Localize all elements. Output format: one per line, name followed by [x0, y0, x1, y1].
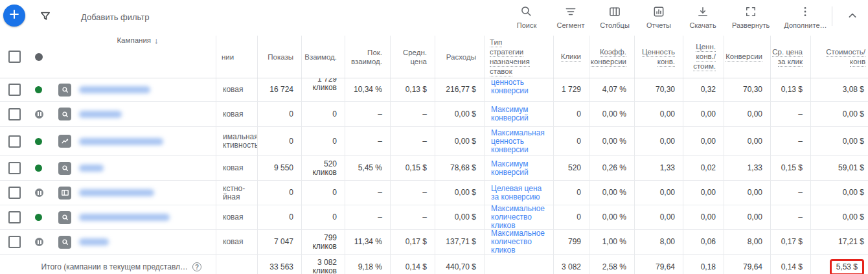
column-header-campaign-type[interactable]: нии — [216, 36, 258, 78]
cell-cost-per-conv: 0,00 $ — [811, 102, 868, 126]
column-header-label: Пок. — [367, 48, 382, 57]
column-header-interaction-rate[interactable]: Пок.взаимод. — [345, 36, 391, 78]
cell-bid-strategy[interactable]: Максимум конверсий — [485, 156, 554, 180]
toolbar-button-more[interactable]: Дополните… — [784, 5, 827, 29]
cell-type: ковая — [216, 102, 258, 126]
select-all-checkbox[interactable] — [8, 51, 21, 63]
bid-strategy-link[interactable]: ценность конверсии — [491, 78, 551, 95]
row-checkbox-cell — [0, 156, 29, 180]
row-checkbox[interactable] — [8, 236, 21, 248]
status-enabled-icon[interactable] — [35, 138, 42, 145]
row-checkbox[interactable] — [8, 84, 21, 96]
status-enabled-icon[interactable] — [35, 86, 42, 93]
bid-strategy-link[interactable]: Максимальная ценность конверсии — [491, 129, 551, 154]
add-filter-button[interactable]: Добавить фильтр — [81, 12, 150, 22]
row-checkbox[interactable] — [8, 187, 21, 199]
table-row: ковая7 047799 кликов11,34 %0,17 $137,71 … — [0, 230, 868, 255]
cell-bid-strategy[interactable]: Максимальное количество кликов — [485, 205, 554, 229]
status-paused-icon[interactable] — [35, 110, 43, 119]
bid-strategy-link[interactable]: Целевая цена за конверсию — [491, 185, 551, 201]
toolbar-button-download[interactable]: Скачать — [688, 5, 718, 29]
campaign-name-redacted[interactable] — [79, 111, 122, 118]
row-checkbox[interactable] — [8, 162, 21, 174]
column-header-label: Показы — [268, 52, 293, 62]
more-icon — [799, 5, 812, 19]
column-header-conversions[interactable]: Конверсии — [724, 36, 771, 78]
column-header-clicks[interactable]: Клики — [554, 36, 589, 78]
campaign-name-redacted[interactable] — [79, 214, 170, 221]
status-enabled-icon[interactable] — [35, 214, 42, 221]
column-header-interactions[interactable]: Взаимод. — [302, 36, 345, 78]
table-row: имальная ктивность00––0,00 $Максимальная… — [0, 127, 868, 156]
bid-strategy-link[interactable]: Максимальное количество кликов — [491, 230, 551, 254]
row-checkbox[interactable] — [8, 108, 21, 120]
column-header-avg-cost[interactable]: Средн.цена — [391, 36, 435, 78]
cell-interactions: 0 — [302, 102, 345, 126]
column-header-campaign[interactable]: Кампания↓ — [57, 36, 216, 78]
column-header-cost[interactable]: Расходы — [435, 36, 485, 78]
cell-bid-strategy[interactable]: Целевая цена за конверсию — [485, 181, 554, 205]
campaign-name-redacted[interactable] — [79, 189, 154, 196]
cell-bid-strategy[interactable]: Максимальная ценность конверсии — [485, 127, 554, 155]
toolbar-button-search[interactable]: Поиск — [512, 5, 542, 29]
column-header-impressions[interactable]: Показы — [258, 36, 302, 78]
bid-strategy-link[interactable]: Максимум конверсий — [491, 106, 551, 122]
column-header-conv-value-per-cost[interactable]: Ценн.конв./стоим. — [683, 36, 724, 78]
status-paused-icon[interactable] — [35, 238, 43, 246]
column-header-bid-strategy-type[interactable]: Типстратегииназначенияставок — [485, 36, 554, 78]
table-row: ковая16 7241 729 кликов10,34 %0,13 $216,… — [0, 78, 868, 102]
row-status-cell — [29, 102, 57, 126]
toolbar-button-reports[interactable]: Отчеты — [644, 5, 674, 29]
cell-bid-strategy[interactable]: Максимум конверсий — [485, 102, 554, 126]
cell-interaction-rate: – — [345, 127, 391, 155]
column-header-label: конв./ — [696, 52, 716, 62]
bid-strategy-link[interactable]: Максимальное количество кликов — [491, 205, 551, 229]
cell-bid-strategy[interactable]: Максимальное количество кликов — [485, 230, 554, 254]
campaign-name-redacted[interactable] — [79, 165, 104, 172]
column-header-cost-per-conv[interactable]: Стоимость/конв — [811, 36, 868, 78]
campaign-name-redacted[interactable] — [79, 238, 109, 245]
column-header-conv-rate[interactable]: Коэфф.конверсии — [589, 36, 635, 78]
collapse-table-button[interactable] — [843, 8, 862, 25]
table-totals-row: Итого (кампании в текущем представл…?33 … — [0, 255, 868, 274]
cell-conv-rate: 0,00 % — [589, 127, 635, 155]
toolbar-button-expand[interactable]: Развернуть — [732, 5, 770, 29]
row-checkbox[interactable] — [8, 135, 21, 148]
campaign-name-redacted[interactable] — [79, 86, 150, 93]
row-checkbox-cell — [0, 181, 29, 205]
campaign-name-cell — [57, 102, 216, 126]
status-paused-icon[interactable] — [35, 188, 43, 197]
status-enabled-icon[interactable] — [35, 165, 42, 172]
cell-conv-rate: 0,00 % — [589, 205, 635, 229]
cell-conv-value: 0,00 — [635, 181, 683, 205]
cell-interactions: 1 729 кликов — [302, 78, 345, 101]
cell-avg-cost: – — [391, 181, 435, 205]
add-button[interactable] — [3, 5, 25, 27]
cell-conversions: 0,00 — [724, 102, 771, 126]
column-header-avg-cpc[interactable]: Ср. ценаза клик — [771, 36, 811, 78]
cell-avg-cpc: – — [771, 102, 811, 126]
cell-interaction-rate: 10,34 % — [345, 78, 391, 101]
cell-clicks: 0 — [554, 127, 589, 155]
cell-bid-strategy[interactable]: ценность конверсии — [485, 78, 554, 101]
row-status-cell — [29, 127, 57, 155]
chevron-up-icon — [846, 9, 859, 25]
column-header-conv-value[interactable]: Ценностьконв. — [635, 36, 683, 78]
bid-strategy-link[interactable]: Максимум конверсий — [491, 160, 551, 177]
toolbar-button-columns[interactable]: Столбцы — [600, 5, 630, 29]
totals-cell-conversions: 79,64 — [724, 255, 771, 274]
filter-button[interactable] — [36, 8, 54, 27]
cell-cost: 0,00 $ — [435, 181, 485, 205]
table-header-row: Кампания↓нииПоказыВзаимод.Пок.взаимод.Ср… — [0, 36, 868, 78]
toolbar-button-label: Сегмент — [557, 21, 585, 29]
help-icon[interactable]: ? — [192, 262, 201, 271]
totals-cell-interactions: 3 082 кликов — [302, 255, 345, 274]
toolbar-button-segment[interactable]: Сегмент — [556, 5, 586, 29]
campaign-name-redacted[interactable] — [79, 138, 163, 145]
row-checkbox[interactable] — [8, 211, 21, 223]
table-row: кстно- йная00––0,00 $Целевая цена за кон… — [0, 181, 868, 205]
cell-clicks: 0 — [554, 102, 589, 126]
cell-type: имальная ктивность — [216, 127, 258, 155]
cell-interaction-rate: – — [345, 181, 391, 205]
cell-conversions: 70,30 — [724, 78, 771, 101]
